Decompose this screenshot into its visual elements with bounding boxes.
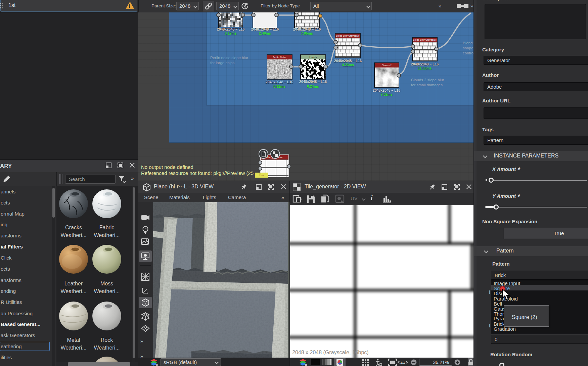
svg-text:1:1: 1:1 [400, 361, 405, 364]
